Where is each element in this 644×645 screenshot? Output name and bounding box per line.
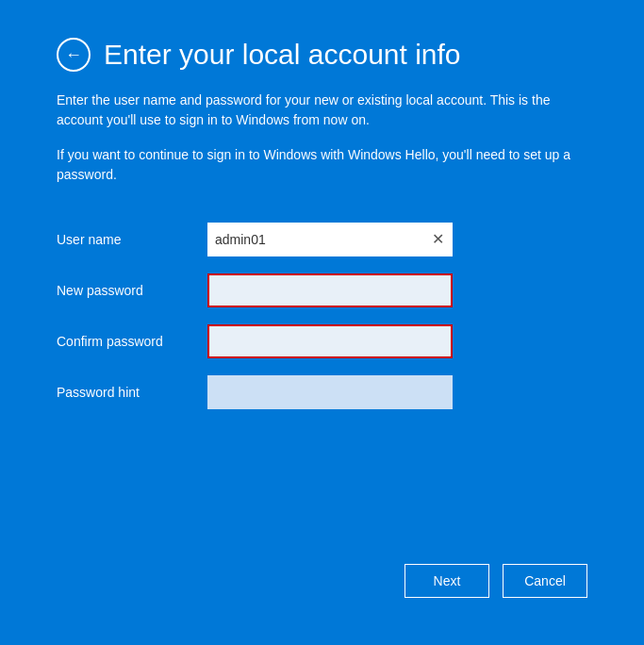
footer: Next Cancel xyxy=(57,564,587,607)
confirm-password-input[interactable] xyxy=(207,324,453,358)
confirm-password-row: Confirm password xyxy=(57,324,587,358)
main-container: ← Enter your local account info Enter th… xyxy=(0,0,644,645)
next-button[interactable]: Next xyxy=(405,564,489,598)
header: ← Enter your local account info xyxy=(57,38,587,72)
clear-username-button[interactable]: ✕ xyxy=(428,230,447,249)
password-hint-input[interactable] xyxy=(207,375,453,409)
description-2: If you want to continue to sign in to Wi… xyxy=(57,145,587,185)
cancel-button[interactable]: Cancel xyxy=(503,564,587,598)
username-label: User name xyxy=(57,232,207,247)
back-button[interactable]: ← xyxy=(57,38,91,72)
page-title: Enter your local account info xyxy=(104,38,461,72)
password-hint-label: Password hint xyxy=(57,385,207,400)
password-hint-row: Password hint xyxy=(57,375,587,409)
username-wrapper: ✕ xyxy=(207,223,453,256)
username-input[interactable] xyxy=(207,223,453,256)
new-password-input[interactable] xyxy=(207,273,453,307)
description-1: Enter the user name and password for you… xyxy=(57,91,587,130)
username-row: User name ✕ xyxy=(57,223,587,256)
form-section: User name ✕ New password Confirm passwor… xyxy=(57,223,587,426)
confirm-password-label: Confirm password xyxy=(57,334,207,349)
back-arrow-icon: ← xyxy=(65,46,82,63)
new-password-row: New password xyxy=(57,273,587,307)
new-password-label: New password xyxy=(57,283,207,298)
